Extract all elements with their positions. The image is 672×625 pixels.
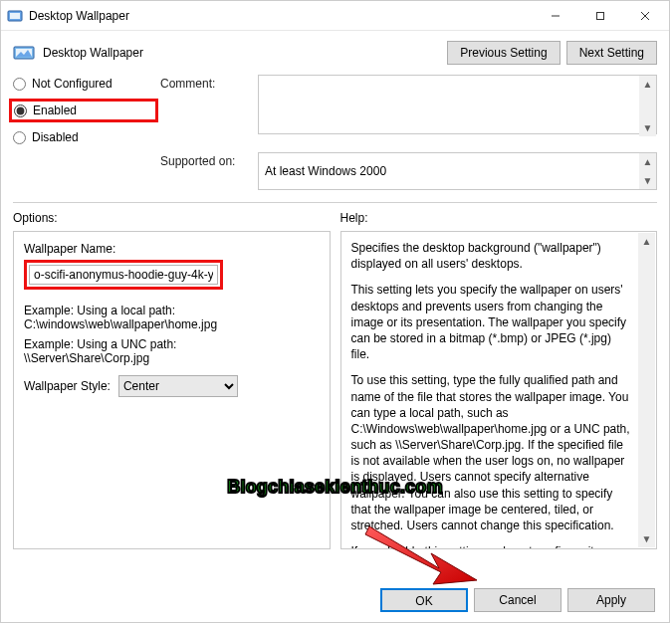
svg-rect-2	[596, 12, 603, 19]
help-paragraph: If you disable this setting or do not co…	[351, 543, 633, 549]
supported-on-field	[258, 152, 657, 190]
radio-not-configured-label: Not Configured	[32, 77, 112, 91]
scroll-up-icon[interactable]: ▲	[639, 76, 656, 93]
app-icon	[7, 8, 23, 24]
help-label: Help:	[340, 211, 658, 225]
supported-scrollbar[interactable]: ▲ ▼	[639, 153, 656, 189]
previous-setting-button[interactable]: Previous Setting	[447, 41, 560, 65]
wallpaper-name-input[interactable]	[29, 265, 218, 285]
radio-enabled[interactable]: Enabled	[14, 104, 149, 117]
options-panel: Wallpaper Name: Example: Using a local p…	[13, 231, 331, 549]
example-local-path: C:\windows\web\wallpaper\home.jpg	[24, 317, 320, 331]
wallpaper-style-label: Wallpaper Style:	[24, 379, 111, 393]
help-text: Specifies the desktop background ("wallp…	[351, 240, 633, 549]
state-radio-group: Not Configured Enabled Disabled	[13, 75, 152, 144]
scroll-up-icon[interactable]: ▲	[639, 153, 656, 170]
supported-on-wrap: ▲ ▼	[258, 152, 657, 190]
help-paragraph: This setting lets you specify the wallpa…	[351, 282, 633, 362]
radio-not-configured[interactable]: Not Configured	[13, 77, 152, 91]
scroll-up-icon[interactable]: ▲	[638, 233, 655, 250]
scroll-down-icon[interactable]: ▼	[639, 172, 656, 189]
comment-textarea[interactable]	[258, 75, 657, 134]
dialog-window: Desktop Wallpaper Desktop Wallpaper Prev…	[0, 0, 670, 623]
comment-scrollbar[interactable]: ▲ ▼	[639, 76, 656, 136]
wallpaper-icon	[13, 44, 35, 62]
header-row: Desktop Wallpaper Previous Setting Next …	[13, 41, 657, 65]
options-label: Options:	[13, 211, 331, 225]
ok-button[interactable]: OK	[380, 588, 468, 612]
wallpaper-name-highlight	[24, 260, 223, 290]
enabled-highlight: Enabled	[9, 99, 158, 122]
apply-button[interactable]: Apply	[567, 588, 655, 612]
radio-not-configured-input[interactable]	[13, 78, 26, 91]
cancel-button[interactable]: Cancel	[474, 588, 561, 612]
help-panel: ▲ ▼ Specifies the desktop background ("w…	[340, 231, 658, 549]
comment-label: Comment:	[160, 75, 250, 91]
radio-disabled[interactable]: Disabled	[13, 130, 152, 144]
maximize-button[interactable]	[577, 1, 622, 30]
scroll-down-icon[interactable]: ▼	[638, 530, 655, 547]
wallpaper-style-select[interactable]: Center	[118, 375, 238, 397]
page-title: Desktop Wallpaper	[43, 46, 143, 60]
radio-enabled-input[interactable]	[14, 104, 27, 117]
radio-enabled-label: Enabled	[33, 104, 77, 117]
titlebar: Desktop Wallpaper	[1, 1, 669, 31]
help-paragraph: To use this setting, type the fully qual…	[351, 372, 633, 533]
scroll-down-icon[interactable]: ▼	[639, 119, 656, 136]
help-paragraph: Specifies the desktop background ("wallp…	[351, 240, 633, 272]
minimize-button[interactable]	[533, 1, 577, 30]
close-button[interactable]	[622, 1, 667, 30]
comment-field-wrap: ▲ ▼	[258, 75, 657, 137]
example-unc-label: Example: Using a UNC path:	[24, 337, 320, 351]
next-setting-button[interactable]: Next Setting	[566, 41, 657, 65]
example-local-label: Example: Using a local path:	[24, 304, 320, 317]
svg-rect-1	[10, 13, 20, 19]
radio-disabled-label: Disabled	[32, 130, 79, 144]
example-unc-path: \\Server\Share\Corp.jpg	[24, 351, 320, 365]
wallpaper-name-label: Wallpaper Name:	[24, 242, 320, 256]
radio-disabled-input[interactable]	[13, 131, 26, 144]
divider	[13, 202, 657, 203]
window-title: Desktop Wallpaper	[29, 9, 129, 23]
supported-on-label: Supported on:	[160, 152, 250, 168]
dialog-button-bar: OK Cancel Apply	[380, 588, 655, 612]
help-scrollbar[interactable]: ▲ ▼	[638, 233, 655, 547]
